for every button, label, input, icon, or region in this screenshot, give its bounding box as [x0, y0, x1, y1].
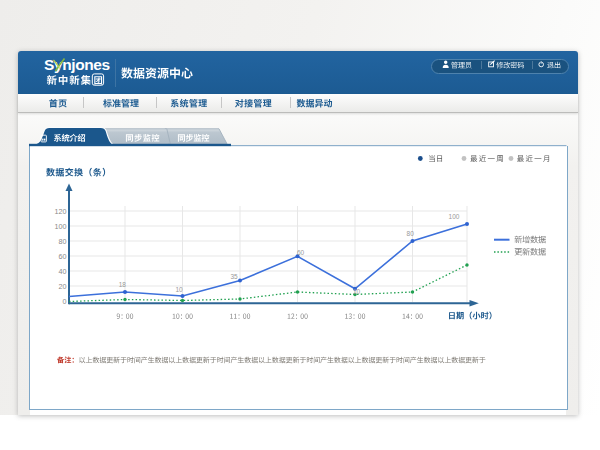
- svg-text:80: 80: [59, 237, 67, 246]
- svg-text:100: 100: [55, 222, 67, 231]
- svg-text:Synjones: Synjones: [44, 56, 110, 73]
- svg-text:0: 0: [63, 297, 67, 306]
- svg-text:60: 60: [297, 249, 305, 256]
- svg-text:35: 35: [230, 273, 238, 280]
- svg-text:120: 120: [55, 207, 67, 216]
- svg-text:20: 20: [59, 282, 67, 291]
- svg-text:18: 18: [119, 281, 127, 288]
- svg-text:100: 100: [449, 213, 460, 220]
- svg-text:10: 10: [175, 286, 183, 293]
- svg-text:10: 10: [353, 288, 361, 295]
- svg-text:40: 40: [59, 267, 67, 276]
- svg-text:80: 80: [407, 230, 415, 237]
- svg-text:60: 60: [59, 252, 67, 261]
